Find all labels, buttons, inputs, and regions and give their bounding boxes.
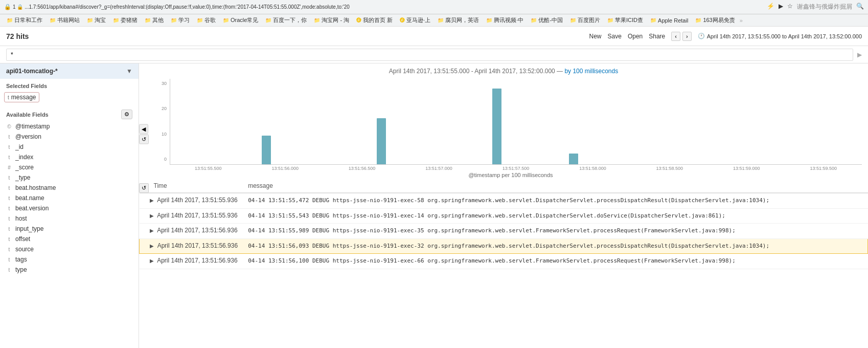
sidebar-collapse-arrow[interactable]: ▼: [126, 68, 132, 75]
bookmark-louzhu[interactable]: 📁 娄猪猪: [110, 15, 140, 25]
bookmark-study[interactable]: 📁 学习: [168, 15, 192, 25]
bar-slot-11: [593, 82, 631, 164]
bookmark-books[interactable]: 📁 书籍网站: [47, 15, 82, 25]
table-row: ▶ April 14th 2017, 13:51:56.936 04-14 13…: [140, 238, 868, 254]
browser-icons: ⚡ ▶ ☆ 谢鑫锋与俄爆炸掘屑 🔍: [767, 3, 864, 11]
bookmark-daily[interactable]: 📁 日常和工作: [4, 15, 45, 25]
expand-button[interactable]: ▶: [150, 228, 154, 233]
search-input[interactable]: [6, 49, 853, 61]
browser-tab-label: 🔒 1 🔒 ...1.7:5601/app/kibana#/discover?_…: [4, 4, 350, 10]
y-axis: 30 20 10 0: [155, 79, 170, 171]
bookmark-btn[interactable]: ☆: [787, 3, 793, 11]
bookmark-163[interactable]: 📁 163网易免责: [693, 15, 737, 25]
time-cell: ▶ April 14th 2017, 13:51:56.936: [140, 224, 243, 239]
bookmark-tencent-video[interactable]: 📁 腾讯视频·中: [484, 15, 526, 25]
bookmark-myhome[interactable]: 🅐 我的首页 新: [354, 15, 395, 25]
chart-collapse-button[interactable]: ◀: [139, 124, 148, 134]
bookmark-youku[interactable]: 📁 优酷-中国: [528, 15, 565, 25]
results-body: ▶ April 14th 2017, 13:51:55.936 04-14 13…: [140, 193, 868, 269]
field-host[interactable]: t host: [0, 213, 139, 224]
time-cell: ▶ April 14th 2017, 13:51:55.936: [140, 193, 243, 208]
bar-slot-9: [516, 82, 554, 164]
field-beat-name[interactable]: t beat.name: [0, 193, 139, 203]
search-options: ▶: [857, 51, 862, 58]
field-timestamp[interactable]: © @timestamp: [0, 121, 139, 132]
bookmark-taobao[interactable]: 📁 淘宝: [84, 15, 108, 25]
bar-slot-12: [632, 82, 670, 164]
kibana-main: api01-tomcatlog-* ▼ Selected Fields t me…: [0, 63, 868, 348]
field-index[interactable]: t _index: [0, 152, 139, 162]
field-type2[interactable]: t type: [0, 265, 139, 275]
message-cell: 04-14 13:51:55,472 DEBUG https-jsse-nio-…: [243, 193, 867, 208]
field-beat-version[interactable]: t beat.version: [0, 203, 139, 213]
message-cell: 04-14 13:51:56,093 DEBUG https-jsse-nio-…: [243, 238, 867, 254]
chart-header: April 14th 2017, 13:51:55.000 - April 14…: [139, 63, 868, 79]
next-arrow[interactable]: ›: [682, 32, 692, 41]
bars-container: [170, 79, 862, 165]
bar-slot-8: [478, 82, 516, 164]
prev-arrow[interactable]: ‹: [671, 32, 680, 41]
field-tags[interactable]: t tags: [0, 254, 139, 265]
time-cell: ▶ April 14th 2017, 13:51:55.936: [140, 208, 243, 224]
bar-slot-1: [209, 82, 246, 164]
results-table: Time message ▶ April 14th 2017, 13:51:55…: [139, 179, 868, 269]
message-column-header: message: [243, 179, 867, 193]
selected-field-message: t message: [4, 92, 39, 102]
hits-count: 72 hits: [6, 32, 29, 40]
field-offset[interactable]: t offset: [0, 234, 139, 244]
back-btn[interactable]: ⚡: [767, 3, 774, 11]
open-button[interactable]: Open: [628, 33, 643, 40]
field-version[interactable]: t @version: [0, 132, 139, 142]
table-row: ▶ April 14th 2017, 13:51:56.936 04-14 13…: [140, 254, 868, 269]
browser-bar: 🔒 1 🔒 ...1.7:5601/app/kibana#/discover?_…: [0, 0, 868, 14]
bar-slot-2: [247, 82, 285, 164]
bookmark-baidu[interactable]: 📁 百度一下，你: [263, 15, 309, 25]
new-button[interactable]: New: [589, 33, 602, 40]
results-section: ↺ Time message ▶: [139, 179, 868, 269]
chart-section: April 14th 2017, 13:51:55.000 - April 14…: [139, 63, 868, 179]
share-button[interactable]: Share: [649, 33, 665, 40]
time-cell: ▶ April 14th 2017, 13:51:56.936: [140, 254, 243, 269]
expand-button[interactable]: ▶: [150, 243, 154, 249]
bar-slot-15: [747, 82, 785, 164]
by-milliseconds-link[interactable]: by 100 milliseconds: [564, 68, 618, 75]
bar-slot-16: [786, 82, 824, 164]
field-id[interactable]: t _id: [0, 142, 139, 152]
field-source[interactable]: t source: [0, 244, 139, 254]
time-cell: ▶ April 14th 2017, 13:51:56.936: [140, 238, 243, 254]
bookmark-fubei[interactable]: 📁 腐贝网，英语: [435, 15, 482, 25]
chart-area: 30 20 10 0: [155, 79, 862, 171]
selected-fields-list: t message: [0, 91, 139, 105]
chart-bars-area: 13:51:55.500 13:51:56.000 13:51:56.500 1…: [170, 79, 862, 171]
bookmark-apple-iccid[interactable]: 📁 苹果ICID查: [605, 15, 646, 25]
gear-button[interactable]: ⚙: [121, 110, 132, 119]
save-button[interactable]: Save: [608, 33, 622, 40]
bookmark-amazon[interactable]: 🅐 亚马逊·上: [397, 15, 433, 25]
bookmark-apple-retail[interactable]: 📁 Apple Retail: [648, 16, 691, 25]
bookmark-baidu-img[interactable]: 📁 百度图片: [567, 15, 603, 25]
expand-button[interactable]: ▶: [150, 213, 154, 219]
bookmark-oracle[interactable]: 📁 Oracle常见: [220, 15, 261, 25]
chart-expand-button[interactable]: ↺: [139, 135, 149, 144]
message-cell: 04-14 13:51:56,100 DEBUG https-jsse-nio-…: [243, 254, 867, 269]
expand-button[interactable]: ▶: [150, 258, 154, 264]
kibana-content: April 14th 2017, 13:51:55.000 - April 14…: [139, 63, 868, 348]
table-header-row: Time message: [140, 179, 868, 193]
field-input-type[interactable]: t input_type: [0, 224, 139, 234]
table-row: ▶ April 14th 2017, 13:51:56.936 04-14 13…: [140, 224, 868, 239]
expand-button[interactable]: ▶: [150, 198, 154, 203]
bookmark-taobao2[interactable]: 📁 淘宝网 - 淘: [311, 15, 352, 25]
field-type[interactable]: t _type: [0, 172, 139, 183]
table-collapse-button[interactable]: ↺: [139, 183, 149, 193]
bookmark-google[interactable]: 📁 谷歌: [194, 15, 218, 25]
bookmark-other[interactable]: 📁 其他: [142, 15, 166, 25]
user-icon: 谢鑫锋与俄爆炸掘屑: [797, 3, 852, 11]
x-axis-labels: 13:51:55.500 13:51:56.000 13:51:56.500 1…: [170, 166, 862, 171]
chart-wrapper: ◀ ↺ 30 20 10 0: [139, 79, 868, 179]
forward-btn[interactable]: ▶: [779, 3, 783, 11]
message-cell: 04-14 13:51:55,989 DEBUG https-jsse-nio-…: [243, 224, 867, 239]
field-beat-hostname[interactable]: t beat.hostname: [0, 183, 139, 193]
field-score[interactable]: # _score: [0, 162, 139, 172]
time-column-header: Time: [140, 179, 243, 193]
search-icon[interactable]: 🔍: [856, 3, 864, 11]
